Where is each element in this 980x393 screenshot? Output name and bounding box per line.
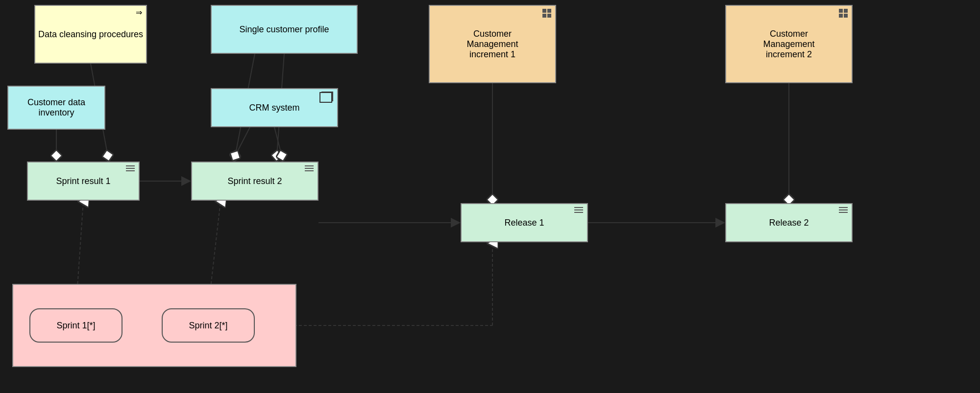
lines-icon-sr2 <box>305 165 314 171</box>
sprint-result-2-label: Sprint result 2 <box>227 176 282 186</box>
grid-icon-cm2 <box>839 9 848 18</box>
cm-increment-1-label: Customer Management increment 1 <box>466 29 518 60</box>
grid-icon-cm1 <box>542 9 551 18</box>
cm-increment-2-node: Customer Management increment 2 <box>725 5 853 83</box>
cm-increment-2-label: Customer Management increment 2 <box>763 29 814 60</box>
release-2-label: Release 2 <box>769 218 808 228</box>
crm-system-node: CRM system <box>211 88 338 127</box>
sprint-result-2-node: Sprint result 2 <box>191 162 318 201</box>
single-customer-profile-node: Single customer profile <box>211 5 358 54</box>
customer-data-inventory-label: Customer data inventory <box>8 97 104 118</box>
crm-system-label: CRM system <box>249 103 300 113</box>
cm-increment-1-node: Customer Management increment 1 <box>429 5 556 83</box>
lines-icon-r1 <box>574 207 583 213</box>
release-2-node: Release 2 <box>725 203 853 242</box>
lines-icon-sr1 <box>126 165 135 171</box>
sprint-1-node: Sprint 1[*] <box>29 308 122 343</box>
sprint-result-1-node: Sprint result 1 <box>27 162 140 201</box>
sprint-2-node: Sprint 2[*] <box>162 308 255 343</box>
sprint-result-1-label: Sprint result 1 <box>56 176 110 186</box>
lines-icon-r2 <box>839 207 848 213</box>
single-customer-profile-label: Single customer profile <box>239 24 329 35</box>
release-1-label: Release 1 <box>504 218 544 228</box>
release-1-node: Release 1 <box>461 203 588 242</box>
data-cleansing-label: Data cleansing procedures <box>38 29 143 40</box>
customer-data-inventory-node: Customer data inventory <box>7 86 105 130</box>
sprint-2-label: Sprint 2[*] <box>189 321 227 331</box>
svg-line-18 <box>274 127 282 156</box>
data-cleansing-node: Data cleansing procedures <box>34 5 147 64</box>
sprint-1-label: Sprint 1[*] <box>56 321 95 331</box>
svg-line-17 <box>235 127 250 156</box>
